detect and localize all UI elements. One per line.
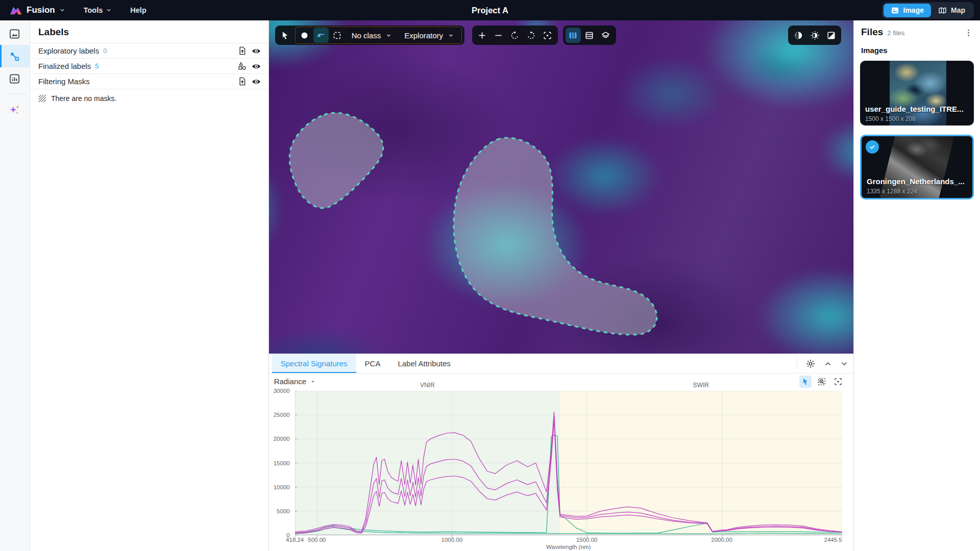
map-view-label: Map <box>951 6 965 14</box>
shapes-icon <box>237 61 247 71</box>
select-tool-button[interactable] <box>278 28 293 43</box>
chart-tools <box>799 375 844 388</box>
center-view-button[interactable] <box>540 28 555 43</box>
focus-center-icon <box>543 31 552 40</box>
sidebar-item-analytics[interactable] <box>0 67 30 90</box>
x-tick-label: 500.00 <box>308 537 326 543</box>
diagonal-split-square-icon <box>826 31 836 40</box>
rows-view-button[interactable] <box>582 28 597 43</box>
x-tick-label: 1000.00 <box>442 537 463 543</box>
visibility-toggle-button[interactable] <box>251 61 261 71</box>
label-classes-button[interactable] <box>237 61 247 71</box>
sidebar-item-images[interactable] <box>0 22 30 45</box>
eye-icon <box>251 77 261 87</box>
menu-tools-label: Tools <box>84 6 103 14</box>
rotate-ccw-icon <box>510 31 520 40</box>
sidebar-item-ai[interactable] <box>0 98 30 121</box>
class-dropdown-value: No class <box>352 31 381 40</box>
labels-row-exploratory[interactable]: Exploratory labels 0 <box>30 43 268 59</box>
rotate-cw-button[interactable] <box>524 28 539 43</box>
gear-icon <box>805 359 816 369</box>
map-icon <box>938 6 947 15</box>
zoom-in-button[interactable] <box>475 28 490 43</box>
menu-help[interactable]: Help <box>130 6 146 14</box>
columns-view-button[interactable] <box>566 28 581 43</box>
labels-panel-title: Labels <box>30 20 268 43</box>
import-masks-button[interactable] <box>237 77 247 86</box>
sparkles-icon <box>9 104 21 116</box>
menu-help-label: Help <box>130 6 146 14</box>
circle-brush-icon <box>300 31 309 40</box>
app-menu-fusion[interactable]: Fusion <box>9 5 65 16</box>
cursor-icon <box>801 378 810 386</box>
hatch-icon <box>38 94 46 103</box>
brush-tool-button[interactable] <box>297 28 312 43</box>
chevron-down-icon <box>385 32 392 39</box>
top-bar: Fusion Tools Help Project A Image <box>0 0 980 20</box>
tab-pca[interactable]: PCA <box>356 354 389 373</box>
sidebar-item-labels[interactable] <box>0 45 30 67</box>
histogram-stretch-button[interactable] <box>791 28 806 43</box>
tab-label-attributes[interactable]: Label Attributes <box>389 354 459 373</box>
chart-zoom-area-button[interactable] <box>816 375 828 388</box>
chevron-down-icon <box>59 7 65 13</box>
x-tick-label: 418.24 <box>286 537 304 543</box>
marquee-select-tool-button[interactable] <box>330 28 345 43</box>
class-dropdown[interactable]: No class <box>346 31 398 40</box>
left-icon-rail <box>0 20 30 551</box>
panel-settings-button[interactable] <box>805 359 816 369</box>
labels-row-finalized[interactable]: Finalized labels 5 <box>30 59 268 74</box>
image-icon <box>891 6 899 15</box>
visibility-toggle-button[interactable] <box>251 46 261 56</box>
chevron-down-icon <box>448 32 454 39</box>
y-tick-label: 15000 <box>274 460 290 466</box>
file-upload-icon <box>237 77 247 86</box>
image-dimensions: 1500 x 1500 x 208 <box>865 115 916 122</box>
chart-cursor-tool-button[interactable] <box>799 375 812 388</box>
image-tool-icon <box>9 28 20 40</box>
invert-display-button[interactable] <box>823 28 839 43</box>
spectral-chart[interactable]: VNIRSWIR 418.24500.001000.001500.002000.… <box>295 391 842 539</box>
expand-panel-button[interactable] <box>840 360 848 368</box>
brightness-contrast-button[interactable] <box>807 28 822 43</box>
files-count: 2 files <box>887 29 904 37</box>
spectral-plot <box>295 391 842 539</box>
layers-button[interactable] <box>598 28 614 43</box>
minus-icon <box>494 31 503 40</box>
tab-label: Spectral Signatures <box>281 359 348 368</box>
cursor-icon <box>280 31 290 40</box>
label-polygon[interactable] <box>289 113 383 208</box>
map-view-button[interactable]: Map <box>931 4 972 17</box>
menu-tools[interactable]: Tools <box>84 6 112 14</box>
freehand-draw-tool-button[interactable] <box>313 28 329 43</box>
image-view-button[interactable]: Image <box>884 4 931 17</box>
value-type-dropdown[interactable]: Radiance <box>274 377 316 386</box>
rotate-cw-icon <box>526 31 536 40</box>
label-polygon[interactable] <box>454 138 657 335</box>
label-type-dropdown[interactable]: Exploratory <box>399 31 460 40</box>
file-upload-icon <box>237 46 247 56</box>
labels-row-masks[interactable]: Filtering Masks <box>30 74 268 89</box>
kebab-menu-icon <box>964 29 973 37</box>
y-tick-label: 5000 <box>277 508 290 514</box>
image-canvas[interactable]: No class Exploratory <box>269 20 853 354</box>
display-toolbar <box>788 26 841 45</box>
zoom-out-button[interactable] <box>491 28 506 43</box>
bottom-panel: Spectral Signatures PCA Label Attributes <box>269 354 853 551</box>
files-menu-button[interactable] <box>962 27 975 41</box>
rows-icon <box>584 31 594 40</box>
tab-spectral-signatures[interactable]: Spectral Signatures <box>272 354 356 373</box>
chart-reset-view-button[interactable] <box>832 375 844 388</box>
view-mode-toolbar <box>563 26 616 45</box>
import-labels-button[interactable] <box>237 46 247 56</box>
image-card[interactable]: user_guide_testing_ITRE... 1500 x 1500 x… <box>860 61 974 126</box>
collapse-panel-button[interactable] <box>824 360 832 368</box>
labels-row-label: Finalized labels <box>38 62 91 70</box>
plus-icon <box>477 31 487 40</box>
y-tick-label: 20000 <box>274 436 290 442</box>
image-name: user_guide_testing_ITRE... <box>865 105 964 113</box>
y-tick-label: 10000 <box>274 484 290 490</box>
image-card-selected[interactable]: Groningen_Netherlands_... 1335 x 1288 x … <box>860 135 974 199</box>
visibility-toggle-button[interactable] <box>251 77 261 87</box>
rotate-ccw-button[interactable] <box>507 28 523 43</box>
